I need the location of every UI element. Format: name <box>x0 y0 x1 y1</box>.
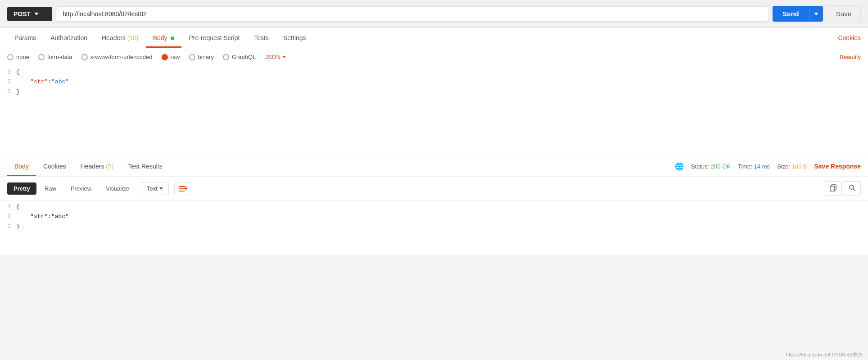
size-label: Size: <box>777 163 790 170</box>
radio-binary[interactable]: binary <box>189 54 214 60</box>
svg-rect-2 <box>179 191 185 191</box>
save-button[interactable]: Save <box>827 5 861 22</box>
send-button[interactable]: Send <box>773 6 823 22</box>
request-tabs: Params Authorization Headers (10) Body P… <box>0 28 868 48</box>
json-format-dropdown[interactable]: JSON <box>265 54 286 60</box>
send-label: Send <box>773 6 809 22</box>
response-tab-test-results[interactable]: Test Results <box>121 156 169 176</box>
method-dropdown-arrow <box>34 13 39 15</box>
tab-authorization[interactable]: Authorization <box>43 28 95 48</box>
radio-graphql[interactable]: GraphQL <box>223 54 256 60</box>
radio-binary-label: binary <box>198 54 214 60</box>
response-tab-body[interactable]: Body <box>7 156 36 176</box>
format-preview[interactable]: Preview <box>64 182 98 195</box>
radio-formdata-circle <box>38 54 45 60</box>
search-button[interactable] <box>844 181 861 196</box>
method-select[interactable]: POST <box>7 7 52 21</box>
format-visualize[interactable]: Visualize <box>99 182 136 195</box>
save-response-button[interactable]: Save Response <box>814 163 861 170</box>
json-format-arrow <box>282 56 286 58</box>
radio-none[interactable]: none <box>7 54 29 60</box>
format-pretty[interactable]: Pretty <box>7 182 36 195</box>
svg-rect-3 <box>830 186 835 191</box>
radio-formdata-label: form-data <box>47 54 72 60</box>
radio-urlencoded-circle <box>81 54 88 60</box>
status-value: 200 OK <box>711 163 731 170</box>
cookies-link[interactable]: Cookies <box>838 34 861 41</box>
response-tabs: Body Cookies Headers (5) Test Results 🌐 … <box>0 156 868 177</box>
req-code-line-2: 2 "str":"abc" <box>0 76 868 86</box>
tab-prerequest[interactable]: Pre-request Script <box>181 28 247 48</box>
radio-raw[interactable]: raw <box>162 54 180 60</box>
send-dropdown-arrow[interactable] <box>809 9 823 19</box>
svg-rect-0 <box>179 186 185 187</box>
response-code-area: 1 { 2 "str":"abc" 3 } <box>0 201 868 255</box>
method-label: POST <box>14 10 31 18</box>
svg-point-4 <box>850 185 854 189</box>
response-meta: 🌐 Status: 200 OK Time: 14 ms Size: 185 B… <box>675 162 861 171</box>
request-code-editor[interactable]: 1 { 2 "str":"abc" 3 } <box>0 66 868 156</box>
response-section: Body Cookies Headers (5) Test Results 🌐 … <box>0 156 868 255</box>
radio-urlencoded[interactable]: x-www-form-urlencoded <box>81 54 153 60</box>
format-raw[interactable]: Raw <box>38 182 63 195</box>
url-bar: POST Send Save <box>0 0 868 28</box>
resp-code-line-1: 1 { <box>0 201 868 211</box>
copy-button[interactable] <box>825 181 842 196</box>
radio-raw-label: raw <box>171 54 180 60</box>
size-value: 185 B <box>792 163 807 170</box>
radio-raw-circle <box>162 54 168 60</box>
response-tab-headers[interactable]: Headers (5) <box>73 156 121 176</box>
radio-none-circle <box>7 54 14 60</box>
radio-graphql-label: GraphQL <box>232 54 256 60</box>
resp-code-line-3: 3 } <box>0 221 868 231</box>
req-code-line-1: 1 { <box>0 66 868 76</box>
text-format-arrow <box>159 187 163 190</box>
req-code-line-3: 3 } <box>0 86 868 96</box>
tab-headers[interactable]: Headers (10) <box>95 28 146 48</box>
tab-params[interactable]: Params <box>7 28 43 48</box>
response-format-bar: Pretty Raw Preview Visualize Text <box>0 177 868 201</box>
beautify-button[interactable]: Beautify <box>840 54 861 60</box>
svg-line-5 <box>853 189 855 191</box>
text-format-label: Text <box>147 185 158 192</box>
response-tab-cookies[interactable]: Cookies <box>36 156 73 176</box>
status-label: Status: <box>691 163 709 170</box>
tab-settings[interactable]: Settings <box>276 28 313 48</box>
time-label: Time: <box>738 163 752 170</box>
json-format-label: JSON <box>265 54 280 60</box>
globe-icon: 🌐 <box>675 162 684 171</box>
radio-none-label: none <box>16 54 29 60</box>
radio-graphql-circle <box>223 54 229 60</box>
body-type-bar: none form-data x-www-form-urlencoded raw… <box>0 48 868 66</box>
tab-body[interactable]: Body <box>146 28 182 48</box>
text-format-dropdown[interactable]: Text <box>141 182 169 195</box>
wrap-button[interactable] <box>174 182 192 195</box>
tab-tests[interactable]: Tests <box>247 28 276 48</box>
radio-urlencoded-label: x-www-form-urlencoded <box>90 54 153 60</box>
radio-binary-circle <box>189 54 195 60</box>
radio-formdata[interactable]: form-data <box>38 54 72 60</box>
resp-code-line-2: 2 "str":"abc" <box>0 211 868 221</box>
url-input[interactable] <box>56 6 769 22</box>
time-value: 14 ms <box>754 163 770 170</box>
